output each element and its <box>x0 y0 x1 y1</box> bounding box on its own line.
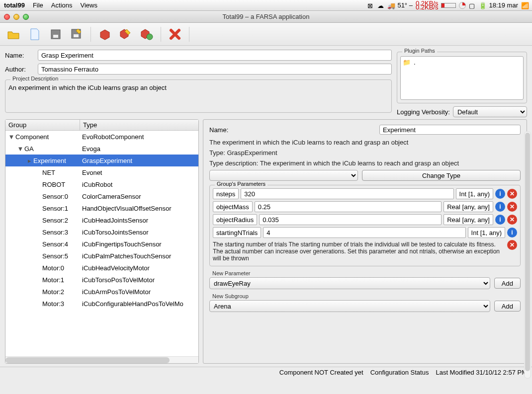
new-subgroup-legend: New Subgroup <box>209 293 521 299</box>
tree-row[interactable]: Motor:3iCubConfigurableHandPosToVelMo <box>5 298 198 310</box>
tree-group-label: Sensor:3 <box>42 229 68 236</box>
plugin-path-label: . <box>414 59 416 66</box>
component-edit-button[interactable] <box>117 25 135 43</box>
param-type: Int [1, any) <box>456 188 493 199</box>
tree-group-label: NET <box>42 169 55 176</box>
param-delete-button[interactable]: ✕ <box>507 215 517 225</box>
status-component: Component NOT Created yet <box>279 369 363 376</box>
tree-row[interactable]: Sensor:5iCubPalmPatchesTouchSensor <box>5 250 198 262</box>
description-textarea[interactable]: An experiment in which the iCub learns g… <box>8 84 388 108</box>
tree-row[interactable]: ▼GAEvoga <box>5 143 198 155</box>
param-value-input[interactable] <box>259 214 442 225</box>
folder-open-icon <box>7 28 21 40</box>
app-name: total99 <box>4 1 25 9</box>
tree-body[interactable]: ▼ComponentEvoRobotComponent▼GAEvoga▸Expe… <box>5 131 198 356</box>
param-value-input[interactable] <box>241 188 453 199</box>
tree-group-label: Motor:2 <box>42 288 64 296</box>
tree-row[interactable]: Sensor:2iCubHeadJointsSensor <box>5 214 198 226</box>
tree-row[interactable]: Motor:2iCubArmPosToVelMotor <box>5 286 198 298</box>
tree-type-label: iCubArmPosToVelMotor <box>80 288 198 296</box>
tree-twisty-icon[interactable]: ▼ <box>16 145 24 153</box>
tree-row[interactable]: ▼ComponentEvoRobotComponent <box>5 131 198 143</box>
tree-col-type[interactable]: Type <box>80 120 198 130</box>
save-as-icon <box>70 28 83 41</box>
change-type-button[interactable]: Change Type <box>362 170 521 181</box>
param-info-button[interactable]: i <box>495 202 505 212</box>
param-delete-button[interactable]: ✕ <box>507 202 517 212</box>
tree-h-scrollbar[interactable] <box>5 356 198 363</box>
tree-row[interactable]: NETEvonet <box>5 166 198 178</box>
tree-row[interactable]: Sensor:4iCubFingertipsTouchSensor <box>5 238 198 250</box>
tree-group-label: Motor:1 <box>42 276 64 284</box>
tree-row[interactable]: Motor:0iCubHeadVelocityMotor <box>5 262 198 274</box>
param-row: nstepsInt [1, any)i✕ <box>213 188 517 199</box>
author-input[interactable] <box>38 64 392 75</box>
param-type: Real [any, any] <box>443 201 493 212</box>
tree-col-group[interactable]: Group <box>5 120 80 130</box>
add-subgroup-button[interactable]: Add <box>494 301 521 312</box>
verbosity-select[interactable]: Default <box>453 106 527 117</box>
cloud-icon: ☁ <box>377 2 384 9</box>
prop-name-input[interactable] <box>379 125 521 135</box>
new-subgroup-select[interactable]: Arena <box>209 300 490 312</box>
param-delete-button[interactable]: ✕ <box>507 189 517 199</box>
tree-row[interactable]: Motor:1iCubTorsoPosToVelMotor <box>5 274 198 286</box>
bracket-icon: ⊠ <box>367 2 374 9</box>
tree-group-label: Sensor:5 <box>42 252 68 260</box>
component-button[interactable] <box>96 25 114 43</box>
new-param-legend: New Parameter <box>209 270 521 276</box>
tree-twisty-icon[interactable]: ▼ <box>7 133 15 141</box>
prop-desc: The experiment in which the iCub learns … <box>209 139 521 146</box>
plugin-path-list[interactable]: 📁 . <box>400 56 524 100</box>
param-info-button[interactable]: i <box>495 215 505 225</box>
tree-row[interactable]: Sensor:1HandObjectVisualOffsetSensor <box>5 202 198 214</box>
param-name: objectMass <box>213 201 253 212</box>
delete-button[interactable] <box>166 25 184 43</box>
window-v-scrollbar[interactable] <box>524 131 531 379</box>
close-window-button[interactable] <box>4 14 10 20</box>
name-label: Name: <box>5 52 35 59</box>
param-name: objectRadius <box>213 214 257 225</box>
param-row: startingNTrialsInt [1, any)i <box>213 227 517 238</box>
tree-panel: Group Type ▼ComponentEvoRobotComponent▼G… <box>5 119 199 364</box>
properties-panel: Name: The experiment in which the iCub l… <box>203 119 527 364</box>
tree-row[interactable]: ▸ExperimentGraspExperiment <box>5 155 198 166</box>
truck-icon: 🚚 <box>387 2 394 9</box>
param-row: objectRadiusReal [any, any]i✕ <box>213 214 517 225</box>
pie-indicator-icon <box>459 2 466 9</box>
zoom-window-button[interactable] <box>23 14 29 20</box>
tree-row[interactable]: Sensor:0ColorCameraSensor <box>5 190 198 202</box>
name-input[interactable] <box>38 50 392 61</box>
open-button[interactable] <box>5 25 23 43</box>
window-titlebar: Total99 – a FARSA application <box>0 11 532 23</box>
network-stats: 0.2KB/s 0.2KB/s <box>416 1 439 9</box>
tree-type-label: iCubHeadJointsSensor <box>80 217 198 224</box>
svg-rect-1 <box>53 35 58 38</box>
param-value-input[interactable] <box>255 201 442 212</box>
tree-type-label: ColorCameraSensor <box>80 193 198 200</box>
component-info-button[interactable] <box>138 25 156 43</box>
tree-type-label: iCubPalmPatchesTouchSensor <box>80 252 198 260</box>
menu-actions[interactable]: Actions <box>51 1 73 9</box>
tree-row[interactable]: Sensor:3iCubTorsoJointsSensor <box>5 226 198 238</box>
param-info-button[interactable]: i <box>507 228 517 237</box>
box-edit-icon <box>119 28 133 41</box>
tree-row[interactable]: ROBOTiCubRobot <box>5 178 198 190</box>
menu-views[interactable]: Views <box>81 1 97 9</box>
save-as-button[interactable] <box>68 25 86 43</box>
tree-type-label: HandObjectVisualOffsetSensor <box>80 205 198 212</box>
plugin-path-item[interactable]: 📁 . <box>403 59 521 66</box>
menu-file[interactable]: File <box>33 1 43 9</box>
new-param-select[interactable]: drawEyeRay <box>209 277 490 289</box>
save-button[interactable] <box>47 25 65 43</box>
tree-group-label: Sensor:1 <box>42 205 68 212</box>
param-info-button[interactable]: i <box>495 189 505 199</box>
tree-type-label: iCubRobot <box>80 181 198 188</box>
type-select[interactable] <box>209 170 358 181</box>
param-value-input[interactable] <box>263 227 465 238</box>
minimize-window-button[interactable] <box>13 14 19 20</box>
new-button[interactable] <box>26 25 44 43</box>
param-delete-button[interactable]: ✕ <box>507 240 517 250</box>
tree-twisty-icon[interactable]: ▸ <box>25 157 33 164</box>
add-param-button[interactable]: Add <box>494 278 521 289</box>
